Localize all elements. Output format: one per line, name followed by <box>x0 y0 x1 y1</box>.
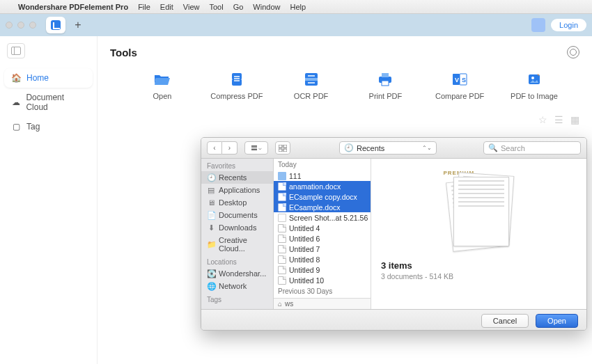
sidebar-item-home[interactable]: 🏠 Home <box>4 68 93 88</box>
login-button[interactable]: Login <box>551 19 586 31</box>
path-bar[interactable]: ⌂ws <box>274 298 371 309</box>
tab-home[interactable] <box>46 17 65 33</box>
search-icon: 🔍 <box>488 143 498 152</box>
search-placeholder: Search <box>501 144 525 152</box>
settings-button[interactable] <box>567 46 579 58</box>
sidebar-desktop[interactable]: 🖥Desktop <box>201 196 273 209</box>
tool-label: Open <box>153 92 172 100</box>
grid-view-icon[interactable]: ▦ <box>570 114 579 125</box>
forward-button[interactable]: › <box>222 141 237 155</box>
left-sidebar: 🏠 Home ☁︎ Document Cloud ▢ Tag <box>0 36 98 364</box>
tool-label: Compare PDF <box>435 92 484 100</box>
sidebar-wondershare[interactable]: 💽Wondershar... <box>201 267 273 280</box>
back-button[interactable]: ‹ <box>207 141 222 155</box>
file-row[interactable]: Untitled 9 <box>274 264 371 275</box>
tag-icon: ▢ <box>11 122 21 132</box>
doc-icon <box>278 276 286 285</box>
menu-file[interactable]: File <box>138 3 150 11</box>
menu-view[interactable]: View <box>183 3 200 11</box>
svg-rect-15 <box>283 145 287 148</box>
dialog-footer: Cancel Open <box>201 309 586 331</box>
chevron-down-icon: ⌵ <box>258 145 262 151</box>
dialog-toolbar: ‹ › ⌵ 🕘 Recents ⌃⌄ 🔍 Search <box>201 138 586 159</box>
downloads-icon: ⬇ <box>207 223 215 232</box>
svg-rect-16 <box>279 149 282 152</box>
network-icon: 🌐 <box>207 282 215 290</box>
file-row[interactable]: Untitled 10 <box>274 275 371 285</box>
app-logo-icon <box>51 20 61 30</box>
file-row[interactable]: anamation.docx <box>274 181 371 191</box>
tool-compare[interactable]: VS Compare PDF <box>428 71 491 100</box>
sidebar-recents[interactable]: 🕘Recents <box>201 171 273 184</box>
traffic-lights[interactable] <box>6 22 36 29</box>
mac-menubar: Wondershare PDFelement Pro File Edit Vie… <box>0 0 592 14</box>
file-row[interactable]: Untitled 8 <box>274 254 371 264</box>
avatar-icon[interactable] <box>531 18 545 32</box>
svg-rect-0 <box>12 47 21 55</box>
home-icon: ⌂ <box>278 300 282 308</box>
file-row[interactable]: 111 <box>274 171 371 181</box>
sidebar-downloads[interactable]: ⬇Downloads <box>201 221 273 234</box>
tool-open[interactable]: Open <box>131 71 194 100</box>
doc-icon <box>278 245 286 253</box>
sidebar-applications[interactable]: ▤Applications <box>201 184 273 196</box>
search-input[interactable]: 🔍 Search <box>483 141 581 155</box>
sidebar-creative-cloud[interactable]: 📁Creative Cloud... <box>201 234 273 255</box>
open-button[interactable]: Open <box>536 314 578 328</box>
location-popup[interactable]: 🕘 Recents ⌃⌄ <box>339 141 437 155</box>
star-icon[interactable]: ☆ <box>538 114 547 125</box>
new-tab-button[interactable]: + <box>70 17 86 33</box>
image-icon <box>278 214 286 222</box>
section-label: Favorites <box>201 159 273 171</box>
print-icon <box>375 71 395 88</box>
file-row[interactable]: Screen Shot...at 5.21.56 PM <box>274 212 371 223</box>
svg-rect-14 <box>279 145 282 148</box>
menu-tool[interactable]: Tool <box>209 3 223 11</box>
group-label: Previous 30 Days <box>274 285 371 297</box>
tools-row: Open Compress PDF OCR PDF Print PDF VS C… <box>110 71 579 100</box>
sidebar-item-tag[interactable]: ▢ Tag <box>4 117 93 136</box>
sidebar-collapse-icon[interactable] <box>7 43 25 58</box>
file-row[interactable]: Untitled 7 <box>274 244 371 254</box>
tool-pdf-to-image[interactable]: PDF to Image <box>503 71 566 100</box>
svg-text:S: S <box>462 77 466 84</box>
menu-help[interactable]: Help <box>290 3 306 11</box>
doc-icon <box>278 255 286 264</box>
file-row[interactable]: ECsample.docx <box>274 202 371 212</box>
nav-buttons: ‹ › <box>207 141 237 155</box>
sidebar-item-label: Document Cloud <box>26 93 86 112</box>
sidebar-documents[interactable]: 📄Documents <box>201 209 273 221</box>
section-label: Tags <box>201 292 273 305</box>
apps-icon: ▤ <box>207 186 215 194</box>
tool-compress[interactable]: Compress PDF <box>205 71 268 100</box>
sidebar-network[interactable]: 🌐Network <box>201 280 273 292</box>
folder-icon: 📁 <box>207 240 215 248</box>
view-mode-select[interactable]: ⌵ <box>244 141 268 155</box>
group-label: Today <box>274 159 371 171</box>
svg-rect-2 <box>232 73 242 86</box>
menu-edit[interactable]: Edit <box>160 3 173 11</box>
preview-pane: PREMIUM 3 items 3 documents - 514 KB <box>371 159 586 309</box>
location-label: Recents <box>357 144 384 152</box>
group-button[interactable] <box>275 141 290 155</box>
app-name[interactable]: Wondershare PDFelement Pro <box>18 3 128 11</box>
list-view-icon[interactable]: ☰ <box>554 114 563 125</box>
file-row[interactable]: Untitled 4 <box>274 223 371 233</box>
menu-window[interactable]: Window <box>253 3 280 11</box>
menu-go[interactable]: Go <box>233 3 244 11</box>
documents-icon: 📄 <box>207 211 215 219</box>
file-list-column: Today 111 anamation.docx ECsample copy.d… <box>274 159 371 309</box>
tool-ocr[interactable]: OCR PDF <box>280 71 343 100</box>
tool-label: Print PDF <box>369 92 403 100</box>
file-row[interactable]: Untitled 6 <box>274 233 371 244</box>
file-row[interactable]: ECsample copy.docx <box>274 191 371 202</box>
dialog-sidebar: Favorites 🕘Recents ▤Applications 🖥Deskto… <box>201 159 274 309</box>
sidebar-item-label: Home <box>26 73 49 83</box>
svg-text:V: V <box>455 77 459 84</box>
selection-subtitle: 3 documents - 514 KB <box>381 272 577 280</box>
sidebar-item-document-cloud[interactable]: ☁︎ Document Cloud <box>4 88 93 117</box>
preview-thumbnail: PREMIUM <box>441 170 517 253</box>
cancel-button[interactable]: Cancel <box>481 314 529 328</box>
doc-icon <box>278 203 286 212</box>
tool-print[interactable]: Print PDF <box>354 71 416 100</box>
